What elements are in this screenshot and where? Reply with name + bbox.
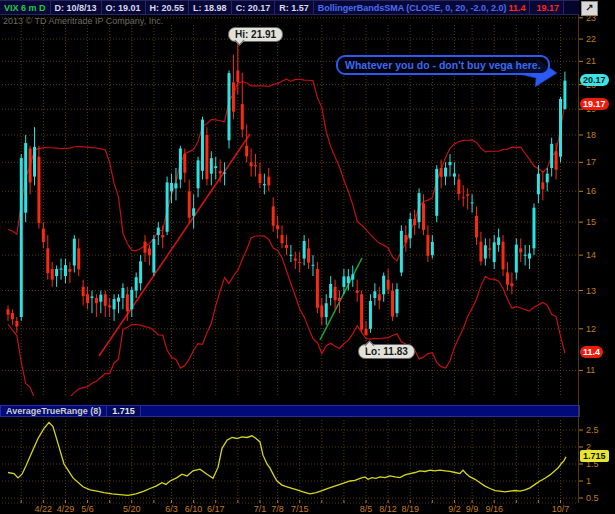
candlestick-bar xyxy=(82,287,85,296)
candlestick-bar xyxy=(426,235,429,256)
price-axis-tick-label: 21 xyxy=(586,56,596,66)
candlestick-bar xyxy=(33,147,36,177)
price-axis-tick-label: 13 xyxy=(586,286,596,296)
candlestick-bar xyxy=(479,242,482,262)
candlestick-bar xyxy=(228,73,231,140)
candlestick-bar xyxy=(121,288,124,298)
candlestick-bar xyxy=(395,289,398,313)
candlestick-bar xyxy=(20,158,23,317)
date-label: 9/9 xyxy=(466,504,479,514)
candlestick-bar xyxy=(502,242,505,270)
candlestick-bar xyxy=(471,202,474,203)
candlestick-bar xyxy=(488,248,491,249)
candlestick-bar xyxy=(46,248,49,273)
atr-pane-layer xyxy=(8,423,566,496)
candlestick-bar xyxy=(214,166,217,168)
candlestick-bar xyxy=(166,182,169,231)
candlestick-bar xyxy=(453,173,456,176)
date-label: 9/2 xyxy=(448,504,461,514)
candlestick-bar xyxy=(250,162,253,166)
date-label: 7/1 xyxy=(254,504,267,514)
candlestick-bar xyxy=(334,287,337,300)
candlestick-bar xyxy=(86,294,89,303)
candlestick-bar xyxy=(170,183,173,191)
candlestick-bar xyxy=(373,291,376,298)
candlestick-bar xyxy=(90,296,93,297)
candlestick-bar xyxy=(281,235,284,243)
candlestick-bar xyxy=(515,245,518,273)
date-label: 6/10 xyxy=(185,504,203,514)
atr-line xyxy=(8,423,566,496)
candlestick-bar xyxy=(510,283,513,286)
candlestick-bar xyxy=(73,239,76,266)
candlestick-bar xyxy=(157,228,160,235)
candlestick-bar xyxy=(126,294,129,311)
candlestick-bar xyxy=(144,242,147,253)
bollinger-upper-value-cell: 19.17 xyxy=(530,0,564,14)
candlestick-bar xyxy=(400,231,403,273)
candlestick-bar xyxy=(457,179,460,193)
date-label: 8/12 xyxy=(379,504,397,514)
candlestick-bar xyxy=(563,81,566,109)
candlestick-bar xyxy=(378,294,381,300)
candlestick-bar xyxy=(506,273,509,285)
candlestick-bar xyxy=(365,329,368,335)
high-marker-bubble: Hi: 21.91 xyxy=(228,27,283,42)
candlestick-bar xyxy=(497,237,500,245)
candlestick-bar xyxy=(205,135,208,179)
candlestick-bar xyxy=(559,99,562,157)
low-value: L: 18.98 xyxy=(189,0,232,14)
atr-axis-tick-label: 1 xyxy=(586,476,591,486)
callout-note[interactable]: Whatever you do - don't buy vega here. xyxy=(336,55,550,75)
candlestick-bar xyxy=(192,208,195,215)
trendline-red-uptrend[interactable] xyxy=(99,134,250,356)
price-axis-tick-label: 22 xyxy=(586,34,596,44)
bollinger-upper-badge: 19.17 xyxy=(580,98,609,110)
candlestick-bar xyxy=(113,299,116,309)
candlestick-bar xyxy=(413,219,416,225)
candlestick-bar xyxy=(223,173,226,174)
date-label: 6/17 xyxy=(207,504,225,514)
chart-canvas[interactable]: 232221201918171615141312112.521.510.54/2… xyxy=(0,0,615,514)
candlestick-bar xyxy=(351,274,354,279)
price-axis-tick-label: 12 xyxy=(586,324,596,334)
symbol-timeframe-label[interactable]: VIX 6 m D xyxy=(0,0,51,14)
date-label: 7/8 xyxy=(271,504,284,514)
candlestick-bar xyxy=(311,265,314,266)
candlestick-bar xyxy=(152,239,155,272)
candlestick-bar xyxy=(51,269,54,280)
candlestick-bar xyxy=(174,183,177,188)
candlestick-bar xyxy=(493,242,496,262)
candlestick-bar xyxy=(232,82,235,111)
atr-study-title[interactable]: AverageTrueRange (8) xyxy=(1,406,106,416)
candlestick-bar xyxy=(258,174,261,183)
bollinger-lower-value: 11.4 xyxy=(508,3,525,13)
date-label: 8/19 xyxy=(401,504,419,514)
chart-header-bar: VIX 6 m D D: 10/8/13 O: 19.01 H: 20.55 L… xyxy=(0,0,579,15)
trendline-green-uptrend[interactable] xyxy=(320,258,362,340)
candlestick-bar xyxy=(108,305,111,307)
candlestick-bar xyxy=(210,158,213,174)
candlestick-bar xyxy=(391,291,394,317)
candlestick-bar xyxy=(541,182,544,189)
candlestick-bar xyxy=(55,269,58,276)
candlestick-bar xyxy=(320,305,323,317)
candlestick-bar xyxy=(532,208,535,249)
candlestick-bar xyxy=(449,162,452,165)
candlestick-bar xyxy=(537,174,540,195)
atr-study-value: 1.715 xyxy=(106,406,141,416)
candlestick-bar xyxy=(241,104,244,129)
price-pane-layer xyxy=(7,41,567,399)
maximize-pane-icon[interactable]: ↗ xyxy=(581,1,598,16)
candlestick-bar xyxy=(360,294,363,329)
candlestick-bar xyxy=(148,248,151,255)
candlestick-bar xyxy=(303,241,306,259)
candlestick-bar xyxy=(325,303,328,317)
atr-axis-tick-label: 0.5 xyxy=(586,493,599,503)
copyright-text: 2013 © TD Ameritrade IP Company, Inc. xyxy=(3,16,163,26)
candlestick-bar xyxy=(37,157,40,223)
date-label: 6/3 xyxy=(165,504,178,514)
candlestick-bar xyxy=(382,276,385,295)
date-label: 8/5 xyxy=(360,504,373,514)
candlestick-bar xyxy=(117,298,120,302)
